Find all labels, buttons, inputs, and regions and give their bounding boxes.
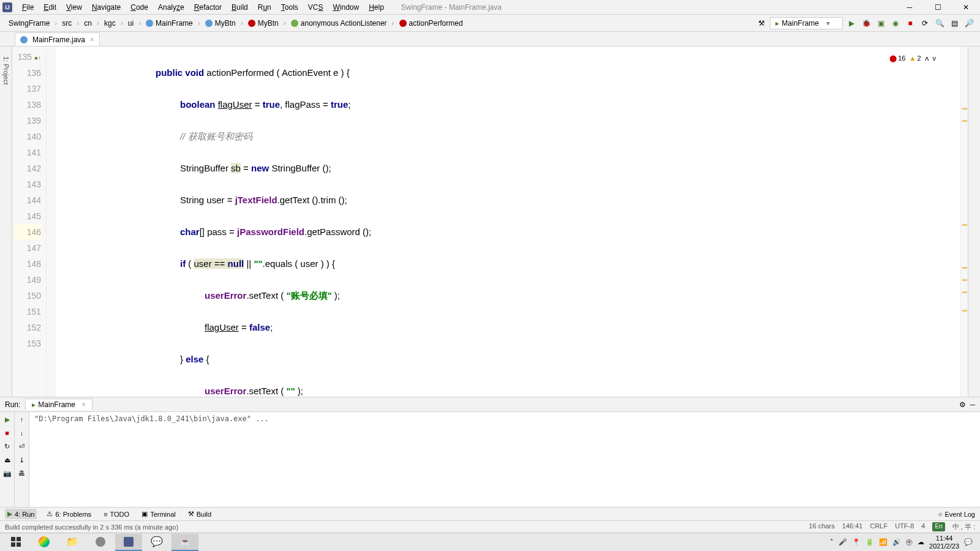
crumb-mybtn[interactable]: MyBtn xyxy=(202,18,239,29)
status-line-sep[interactable]: CRLF xyxy=(870,522,888,531)
menu-window[interactable]: Window xyxy=(328,2,364,13)
tray-battery-icon[interactable]: 🔋 xyxy=(865,538,874,546)
run-configuration-select[interactable]: ▸MainFrame▾ xyxy=(770,17,843,29)
run-minimize-icon[interactable]: ─ xyxy=(970,400,975,409)
status-encoding[interactable]: UTF-8 xyxy=(895,522,914,531)
tab-terminal[interactable]: ▣Terminal xyxy=(139,509,178,519)
tray-clock[interactable]: 11:442021/2/23 xyxy=(929,534,959,550)
code-content[interactable]: public void actionPerformed ( ActionEven… xyxy=(55,47,960,397)
dump-threads-button[interactable]: 📷 xyxy=(2,468,12,478)
crumb-ui[interactable]: ui xyxy=(124,18,137,29)
menu-file[interactable]: File xyxy=(17,2,39,13)
svg-rect-3 xyxy=(17,542,21,547)
tray-location-icon[interactable]: 📍 xyxy=(852,538,861,546)
project-structure-icon[interactable]: ▤ xyxy=(948,17,960,29)
code-editor[interactable]: 135 ●↑ 136 137 138 139 140 141 142 143 1… xyxy=(12,47,968,397)
svg-rect-2 xyxy=(11,542,15,547)
project-tool-tab[interactable]: 1: Project xyxy=(1,51,11,89)
run-console-toolbar: ↑ ↓ ⏎ ⤓ 🖶 xyxy=(15,412,29,507)
settings-icon[interactable]: 🔎 xyxy=(963,17,975,29)
tray-mic-icon[interactable]: 🎤 xyxy=(839,538,847,546)
scroll-end-button[interactable]: ⤓ xyxy=(17,455,27,465)
tray-ime-icon[interactable]: ㊥ xyxy=(906,538,913,547)
tray-onedrive-icon[interactable]: ☁ xyxy=(918,538,924,546)
menu-navigate[interactable]: Navigate xyxy=(87,2,126,13)
tab-problems[interactable]: ⚠6: Problems xyxy=(44,509,94,519)
tab-todo[interactable]: ≡TODO xyxy=(101,509,132,519)
build-icon[interactable]: ⚒ xyxy=(755,17,767,29)
stop-button[interactable]: ■ xyxy=(904,17,916,29)
status-message: Build completed successfully in 2 s 336 … xyxy=(5,523,178,531)
crumb-cn[interactable]: cn xyxy=(80,18,96,29)
restart-button[interactable]: ↻ xyxy=(2,441,12,451)
error-stripe[interactable] xyxy=(960,47,968,397)
crumb-actionperformed[interactable]: actionPerformed xyxy=(396,18,467,29)
up-stack-button[interactable]: ↑ xyxy=(17,414,27,424)
menu-analyze[interactable]: Analyze xyxy=(153,2,189,13)
status-bar: Build completed successfully in 2 s 336 … xyxy=(0,520,980,533)
menu-refactor[interactable]: Refactor xyxy=(189,2,227,13)
taskbar-java[interactable]: ☕ xyxy=(172,534,198,551)
exit-button[interactable]: ⏏ xyxy=(2,455,12,465)
menu-build[interactable]: Build xyxy=(227,2,253,13)
menu-run[interactable]: Run xyxy=(253,2,276,13)
profile-button[interactable]: ◉ xyxy=(889,17,902,29)
crumb-kgc[interactable]: kgc xyxy=(100,18,119,29)
console-output[interactable]: "D:\Program Files\Java\jdk1.8.0_241\bin\… xyxy=(29,412,980,507)
maximize-button[interactable]: ☐ xyxy=(924,0,952,15)
taskbar-app1[interactable] xyxy=(87,534,114,551)
print-button[interactable]: 🖶 xyxy=(17,468,27,478)
crumb-mybtn-ctor[interactable]: MyBtn xyxy=(244,18,282,29)
svg-rect-0 xyxy=(11,537,15,541)
run-button[interactable]: ▶ xyxy=(845,17,858,29)
down-stack-button[interactable]: ↓ xyxy=(17,428,27,438)
next-highlight-icon[interactable]: v xyxy=(933,50,937,66)
menu-tools[interactable]: Tools xyxy=(276,2,303,13)
status-indent[interactable]: 4 xyxy=(921,522,925,531)
menu-help[interactable]: Help xyxy=(364,2,389,13)
tray-wifi-icon[interactable]: 📶 xyxy=(879,538,888,546)
status-caret-pos[interactable]: 146:41 xyxy=(842,522,863,531)
update-button[interactable]: ⟳ xyxy=(919,17,931,29)
tray-volume-icon[interactable]: 🔊 xyxy=(892,538,901,546)
debug-button[interactable]: 🐞 xyxy=(860,17,872,29)
close-button[interactable]: ✕ xyxy=(952,0,980,15)
crumb-src[interactable]: src xyxy=(58,18,75,29)
tray-notifications-icon[interactable]: 💬 xyxy=(964,538,973,546)
crumb-mainframe[interactable]: MainFrame xyxy=(142,18,197,29)
event-log-icon[interactable]: ○ xyxy=(938,511,943,518)
run-settings-icon[interactable]: ⚙ xyxy=(959,400,966,409)
status-chars: 16 chars xyxy=(809,522,835,531)
crumb-project[interactable]: SwingFrame xyxy=(5,18,53,29)
close-tab-icon[interactable]: × xyxy=(90,36,94,44)
menu-vcs[interactable]: VCS xyxy=(303,2,328,13)
menu-edit[interactable]: Edit xyxy=(39,2,61,13)
taskbar-wechat[interactable]: 💬 xyxy=(143,534,170,551)
tab-build[interactable]: ⚒Build xyxy=(186,509,214,519)
rerun-button[interactable]: ▶ xyxy=(2,414,12,424)
file-tab-mainframe[interactable]: MainFrame.java × xyxy=(15,32,100,46)
run-tab-mainframe[interactable]: ▸MainFrame× xyxy=(25,399,92,410)
override-icon[interactable]: ●↑ xyxy=(34,54,41,61)
ime-indicator[interactable]: En xyxy=(932,522,944,531)
search-everywhere-icon[interactable]: 🔍 xyxy=(933,17,946,29)
start-button[interactable] xyxy=(2,534,29,551)
taskbar-explorer[interactable]: 📁 xyxy=(59,534,86,551)
menu-code[interactable]: Code xyxy=(126,2,153,13)
tab-run[interactable]: ▶4: Run xyxy=(5,509,37,519)
coverage-button[interactable]: ▣ xyxy=(875,17,887,29)
ime-mode[interactable]: 中 , 半 : xyxy=(952,522,975,531)
taskbar-browser[interactable] xyxy=(31,534,58,551)
tray-chevron-icon[interactable]: ˄ xyxy=(830,538,834,546)
inspection-indicator[interactable]: ⬤16 ▲2 ʌ v xyxy=(889,50,936,66)
stop-run-button[interactable]: ■ xyxy=(2,428,12,438)
tab-event-log[interactable]: Event Log xyxy=(944,511,975,518)
minimize-button[interactable]: ─ xyxy=(895,0,924,15)
menu-view[interactable]: View xyxy=(61,2,87,13)
taskbar-intellij[interactable] xyxy=(115,534,142,551)
fold-gutter[interactable] xyxy=(47,47,55,397)
soft-wrap-button[interactable]: ⏎ xyxy=(17,441,27,451)
prev-highlight-icon[interactable]: ʌ xyxy=(925,50,929,66)
crumb-anon-listener[interactable]: anonymous ActionListener xyxy=(287,18,391,29)
run-left-toolbar: ▶ ■ ↻ ⏏ 📷 xyxy=(0,412,15,507)
